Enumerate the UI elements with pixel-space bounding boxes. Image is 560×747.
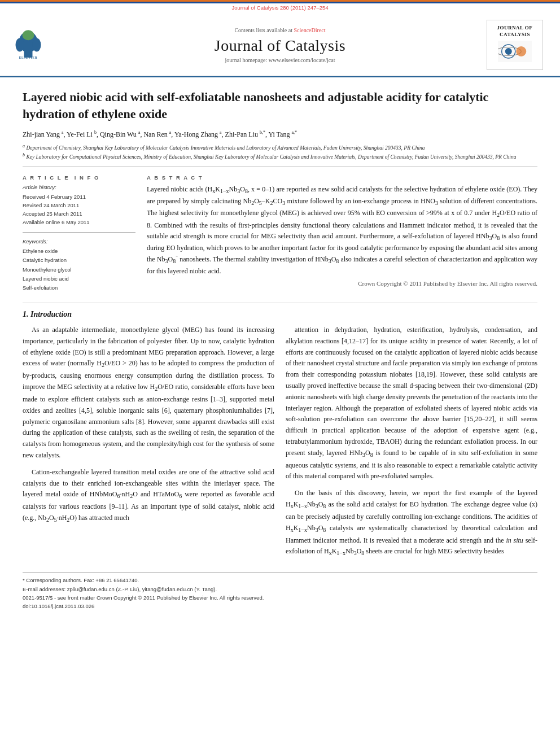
sciencedirect-line: Contents lists available at ScienceDirec… xyxy=(234,27,325,33)
journal-header: ELSEVIER Contents lists available at Sci… xyxy=(0,12,560,76)
article-history-section: Article history: Received 4 February 201… xyxy=(23,184,135,227)
intro-paragraph-3: attention in dehydration, hydration, est… xyxy=(286,325,537,482)
journal-homepage: journal homepage: www.elsevier.com/locat… xyxy=(225,57,335,63)
header-main: ELSEVIER Contents lists available at Sci… xyxy=(11,16,549,73)
header-right: JOURNAL OFCATALYSIS xyxy=(481,20,549,70)
svg-point-3 xyxy=(33,38,41,52)
footnote-email: E-mail addresses: zpliu@fudan.edu.cn (Z.… xyxy=(23,585,537,593)
svg-text:ELSEVIER: ELSEVIER xyxy=(19,56,38,59)
footnote-corresponding: * Corresponding authors. Fax: +86 21 656… xyxy=(23,576,537,584)
keywords-section: Keywords: Ethylene oxide Catalytic hydra… xyxy=(23,238,135,292)
article-content: Layered niobic acid with self-exfoliatab… xyxy=(0,78,560,621)
available-date: Available online 6 May 2011 xyxy=(23,218,135,226)
svg-point-8 xyxy=(505,48,512,55)
left-column: A R T I C L E I N F O Article history: R… xyxy=(23,174,135,292)
intro-section-title: 1. Introduction xyxy=(23,310,537,319)
affiliation-b: b Key Laboratory for Computational Physi… xyxy=(23,152,537,161)
page: Journal of Catalysis 280 (2011) 247–254 … xyxy=(0,0,560,747)
journal-logo-title: JOURNAL OFCATALYSIS xyxy=(492,25,538,38)
orange-bar-2 xyxy=(0,76,560,77)
authors-line: Zhi-jian Yang a, Ye-Fei Li b, Qing-Bin W… xyxy=(23,129,537,139)
sciencedirect-link[interactable]: ScienceDirect xyxy=(294,27,325,33)
intro-right-column: attention in dehydration, hydration, est… xyxy=(286,325,537,564)
elsevier-logo: ELSEVIER xyxy=(11,29,45,60)
doi-line: doi:10.1016/j.jcat.2011.03.026 xyxy=(23,602,537,610)
footnote-block: * Corresponding authors. Fax: +86 21 656… xyxy=(23,572,537,610)
blue-bar xyxy=(0,2,560,3)
journal-logo-box: JOURNAL OFCATALYSIS xyxy=(487,20,543,70)
elsevier-tree-icon: ELSEVIER xyxy=(11,29,45,60)
header-left: ELSEVIER xyxy=(11,20,79,70)
journal-logo-image xyxy=(498,40,532,63)
abstract-section-label: A B S T R A C T xyxy=(147,174,537,181)
affiliation-block: a Department of Chemistry, Shanghai Key … xyxy=(23,143,537,167)
svg-point-4 xyxy=(23,30,34,40)
affiliation-a: a Department of Chemistry, Shanghai Key … xyxy=(23,143,537,152)
revised-date: Revised 24 March 2011 xyxy=(23,201,135,209)
article-info-abstract: A R T I C L E I N F O Article history: R… xyxy=(23,174,537,292)
right-column: A B S T R A C T Layered niobic acids (Hx… xyxy=(147,174,537,292)
accepted-date: Accepted 25 March 2011 xyxy=(23,209,135,218)
abstract-text: Layered niobic acids (HxK1−xNb3O8, x = 0… xyxy=(147,184,537,277)
keyword-1: Ethylene oxide xyxy=(23,247,135,256)
keyword-2: Catalytic hydration xyxy=(23,256,135,265)
svg-point-2 xyxy=(16,38,24,52)
intro-left-column: As an adaptable intermediate, monoethyle… xyxy=(23,325,274,564)
intro-two-column: As an adaptable intermediate, monoethyle… xyxy=(23,325,537,564)
article-history-label: Article history: xyxy=(23,184,135,190)
intro-paragraph-4: On the basis of this discovery, herein, … xyxy=(286,488,537,558)
intro-paragraph-2: Cation-exchangeable layered transition m… xyxy=(23,467,274,525)
intro-paragraph-1: As an adaptable intermediate, monoethyle… xyxy=(23,325,274,461)
article-info-label: A R T I C L E I N F O xyxy=(23,174,135,181)
divider xyxy=(23,232,135,233)
issn-line: 0021-9517/$ - see front matter Crown Cop… xyxy=(23,593,537,602)
keywords-label: Keywords: xyxy=(23,238,135,244)
header-center: Contents lists available at ScienceDirec… xyxy=(79,20,481,70)
introduction-section: 1. Introduction As an adaptable intermed… xyxy=(23,303,537,564)
keyword-5: Self-exfoliation xyxy=(23,283,135,292)
svg-point-10 xyxy=(516,46,526,56)
journal-ref-line: Journal of Catalysis 280 (2011) 247–254 xyxy=(0,5,560,11)
copyright-line: Crown Copyright © 2011 Published by Else… xyxy=(147,280,537,287)
journal-title-main: Journal of Catalysis xyxy=(215,37,345,55)
keyword-4: Layered niobic acid xyxy=(23,274,135,283)
keyword-3: Monoethylene glycol xyxy=(23,265,135,274)
contents-text: Contents lists available at xyxy=(234,27,292,33)
received-date: Received 4 February 2011 xyxy=(23,193,135,201)
article-title: Layered niobic acid with self-exfoliatab… xyxy=(23,89,537,122)
